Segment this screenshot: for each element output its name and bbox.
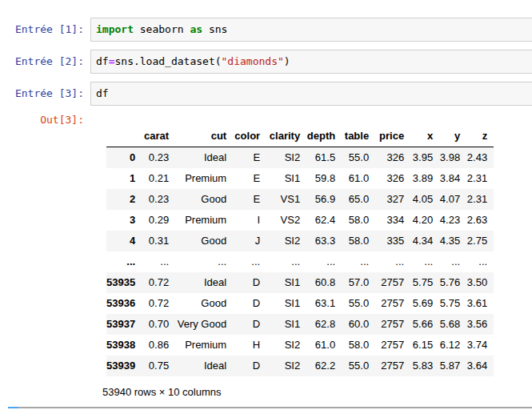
dataframe-shape: 53940 rows × 10 columns [102, 386, 494, 398]
code-token: df [96, 87, 109, 99]
table-cell: 62.8 [306, 314, 342, 335]
table-cell: 4.34 [410, 231, 439, 251]
row-index: 53935 [106, 272, 142, 293]
table-cell: 60.8 [306, 272, 342, 293]
column-header: clarity [266, 126, 306, 147]
table-cell: 0.23 [142, 147, 175, 169]
table-cell: Ideal [175, 272, 233, 293]
table-cell: SI1 [266, 314, 306, 335]
table-cell: 0.29 [142, 210, 175, 231]
table-cell: 60.0 [342, 314, 375, 335]
table-cell: 58.0 [342, 335, 375, 356]
table-cell: 3.74 [466, 335, 494, 356]
table-row: 539360.72GoodDSI163.155.027575.695.753.6… [106, 293, 494, 314]
table-cell: E [233, 168, 266, 189]
table-cell: Premium [175, 335, 233, 356]
table-cell: Ideal [175, 356, 233, 376]
table-row: 30.29PremiumIVS262.458.03344.204.232.63 [106, 210, 494, 231]
table-cell: 0.86 [142, 335, 175, 356]
table-cell: Very Good [175, 314, 233, 335]
table-cell: ... [466, 251, 494, 272]
table-cell: 58.0 [342, 231, 375, 251]
table-cell: ... [342, 251, 375, 272]
table-cell: ... [375, 251, 410, 272]
table-cell: 61.5 [306, 147, 342, 169]
row-index: 53939 [106, 356, 142, 376]
row-index: 2 [106, 189, 142, 210]
table-cell: J [233, 231, 266, 251]
column-header: depth [306, 126, 342, 147]
column-header: cut [175, 126, 233, 147]
table-cell: D [233, 272, 266, 293]
column-header: color [233, 126, 266, 147]
table-cell: 0.72 [142, 272, 175, 293]
row-index: 53938 [106, 335, 142, 356]
table-cell: D [233, 293, 266, 314]
table-cell: 5.75 [410, 272, 439, 293]
table-cell: 61.0 [342, 168, 375, 189]
table-row: 00.23IdealESI261.555.03263.953.982.43 [106, 147, 494, 169]
table-row: 539380.86PremiumHSI261.058.027576.156.12… [106, 335, 494, 356]
table-cell: ... [233, 251, 266, 272]
table-cell: 63.3 [306, 231, 342, 251]
table-cell: 5.83 [410, 356, 439, 376]
table-cell: H [233, 335, 266, 356]
table-cell: 5.87 [439, 356, 466, 376]
code-input-2[interactable]: df=sns.load_dataset("diamonds") [90, 50, 532, 74]
table-cell: SI2 [266, 356, 306, 376]
column-header: table [342, 126, 375, 147]
table-cell: 61.0 [306, 335, 342, 356]
notebook: Entrée [1]: import seaborn as sns Entrée… [0, 0, 532, 398]
table-cell: 6.12 [439, 335, 466, 356]
table-cell: VS1 [266, 189, 306, 210]
horizontal-scrollbar-track[interactable] [8, 407, 532, 408]
table-cell: 326 [375, 168, 410, 189]
table-cell: 2.31 [466, 168, 494, 189]
table-cell: Good [175, 293, 233, 314]
table-cell: Premium [175, 168, 233, 189]
table-cell: Good [175, 189, 233, 210]
table-cell: 0.72 [142, 293, 175, 314]
row-index: 3 [106, 210, 142, 231]
table-cell: ... [266, 251, 306, 272]
table-cell: 3.95 [410, 147, 439, 169]
table-cell: SI2 [266, 231, 306, 251]
column-header: carat [142, 126, 175, 147]
table-cell: 58.0 [342, 210, 375, 231]
input-prompt-3: Entrée [3]: [0, 82, 84, 106]
row-index: ... [106, 251, 142, 272]
table-cell: ... [175, 251, 233, 272]
table-cell: 335 [375, 231, 410, 251]
table-cell: 334 [375, 210, 410, 231]
table-cell: 2757 [375, 293, 410, 314]
input-prompt-2: Entrée [2]: [0, 50, 84, 74]
table-row: 539350.72IdealDSI160.857.027575.755.763.… [106, 272, 494, 293]
table-cell: 327 [375, 189, 410, 210]
table-cell: 3.50 [466, 272, 494, 293]
table-cell: 55.0 [342, 356, 375, 376]
horizontal-scrollbar-thumb[interactable] [8, 407, 18, 408]
table-cell: 3.89 [410, 168, 439, 189]
column-header: y [439, 126, 466, 147]
index-column-header [106, 126, 142, 147]
output-prompt: Out[3]: [0, 114, 84, 398]
table-cell: ... [142, 251, 175, 272]
table-cell: SI2 [266, 335, 306, 356]
row-index: 1 [106, 168, 142, 189]
code-input-3[interactable]: df [90, 82, 532, 106]
code-token: df [96, 55, 109, 67]
table-cell: 6.15 [410, 335, 439, 356]
table-cell: 59.8 [306, 168, 342, 189]
table-cell: 4.07 [439, 189, 466, 210]
table-cell: 0.21 [142, 168, 175, 189]
output-content: caratcutcolorclaritydepthtablepricexyz 0… [90, 114, 494, 398]
table-cell: 3.56 [466, 314, 494, 335]
column-header: price [375, 126, 410, 147]
table-cell: D [233, 314, 266, 335]
code-input-1[interactable]: import seaborn as sns [90, 18, 532, 42]
table-cell: ... [439, 251, 466, 272]
row-index: 4 [106, 231, 142, 251]
table-cell: 55.0 [342, 147, 375, 169]
table-cell: 5.76 [439, 272, 466, 293]
table-cell: 0.23 [142, 189, 175, 210]
